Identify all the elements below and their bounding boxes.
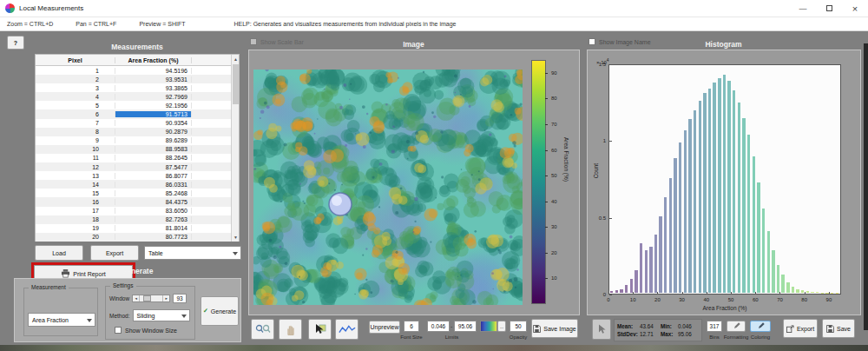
export-format-dropdown[interactable]: Table	[144, 246, 241, 260]
table-row[interactable]: 1188.2645	[36, 154, 239, 162]
coloring-button[interactable]	[750, 321, 771, 332]
slider-right-arrow-icon[interactable]: ►	[162, 295, 169, 301]
opacity-field[interactable]	[510, 321, 527, 332]
pixel-cell[interactable]: 1	[36, 68, 115, 74]
area-fraction-cell[interactable]: 85.2468	[115, 190, 192, 196]
table-row[interactable]: 790.9354	[36, 119, 239, 128]
table-row[interactable]: 1684.4375	[36, 197, 239, 206]
show-scale-bar-checkbox[interactable]	[250, 38, 257, 45]
formatting-button[interactable]	[727, 321, 746, 332]
histogram-save-button[interactable]: Save	[822, 319, 855, 338]
column-header-pixel[interactable]: Pixel	[36, 57, 115, 63]
table-row[interactable]: 2080.7723	[36, 233, 239, 242]
pixel-cell[interactable]: 7	[36, 120, 115, 126]
area-fraction-cell[interactable]: 92.7969	[115, 94, 192, 100]
area-fraction-cell[interactable]: 94.5196	[115, 68, 192, 74]
method-dropdown[interactable]: Sliding	[133, 309, 190, 321]
pixel-cell[interactable]: 11	[36, 155, 115, 161]
area-fraction-cell[interactable]: 88.2645	[115, 155, 192, 161]
pixel-cell[interactable]: 14	[36, 182, 115, 188]
slider-thumb[interactable]	[143, 295, 151, 301]
table-scrollbar[interactable]: ▲ ▼	[231, 55, 239, 242]
scroll-up-icon[interactable]: ▲	[232, 55, 240, 63]
bins-field[interactable]	[707, 321, 722, 332]
area-fraction-cell[interactable]: 86.0331	[115, 182, 192, 188]
table-row[interactable]: 1882.7263	[36, 215, 239, 224]
pixel-cell[interactable]: 3	[36, 85, 115, 91]
area-fraction-cell[interactable]: 84.4375	[115, 199, 192, 205]
table-row[interactable]: 1981.8014	[36, 224, 239, 233]
load-button[interactable]: Load	[35, 245, 83, 261]
area-fraction-cell[interactable]: 86.8077	[115, 173, 192, 179]
show-window-size-checkbox[interactable]	[115, 327, 122, 334]
export-table-button[interactable]: Export	[90, 245, 139, 261]
minimize-button[interactable]: —	[790, 0, 816, 17]
colormap-swatch[interactable]	[480, 321, 497, 332]
area-fraction-cell[interactable]: 87.5477	[115, 164, 192, 170]
table-row[interactable]: 1585.2468	[36, 189, 239, 197]
area-fraction-cell[interactable]: 83.6050	[115, 208, 192, 214]
table-row[interactable]: 293.9531	[36, 75, 239, 83]
table-row[interactable]: 393.3865	[36, 83, 239, 92]
font-size-field[interactable]	[404, 321, 419, 332]
pixel-cell[interactable]: 10	[36, 146, 115, 152]
window-slider[interactable]: ◄ ►	[132, 295, 170, 302]
pixel-cell[interactable]: 4	[36, 94, 115, 100]
pixel-cell[interactable]: 9	[36, 137, 115, 143]
pixel-cell[interactable]: 17	[36, 208, 115, 214]
pixel-cell[interactable]: 20	[36, 234, 115, 240]
pixel-cell[interactable]: 18	[36, 216, 115, 222]
area-fraction-cell[interactable]: 90.9354	[115, 120, 192, 126]
pixel-cell[interactable]: 13	[36, 173, 115, 179]
profile-tool-button[interactable]	[335, 319, 358, 340]
table-row[interactable]: 194.5196	[36, 66, 239, 75]
unpreview-button[interactable]: Unpreview	[369, 321, 400, 334]
table-row[interactable]: 989.6289	[36, 136, 239, 145]
pixel-picker-button[interactable]	[308, 319, 332, 340]
table-row[interactable]: 890.2879	[36, 128, 239, 136]
save-image-button[interactable]: Save Image	[531, 319, 578, 338]
pixel-cell[interactable]: 2	[36, 76, 115, 83]
measurement-dropdown[interactable]: Area Fraction	[28, 313, 95, 327]
area-fraction-cell[interactable]: 80.7723	[115, 234, 192, 240]
area-fraction-cell[interactable]: 91.5713	[115, 111, 192, 117]
scroll-down-icon[interactable]: ▼	[232, 233, 240, 242]
pan-tool-button[interactable]	[279, 319, 302, 340]
area-fraction-cell[interactable]: 82.7263	[115, 216, 192, 222]
close-button[interactable]: ×	[842, 0, 868, 17]
help-button[interactable]: ?	[7, 36, 24, 50]
show-image-name-checkbox[interactable]	[589, 38, 595, 45]
pixel-cell[interactable]: 5	[36, 103, 115, 109]
column-header-area-fraction[interactable]: Area Fraction (%)	[115, 57, 192, 63]
pixel-cell[interactable]: 8	[36, 129, 115, 135]
slider-left-arrow-icon[interactable]: ◄	[133, 295, 140, 301]
scrollbar-thumb[interactable]	[233, 64, 239, 104]
colormap-more-button[interactable]: ...	[497, 321, 506, 332]
pixel-cell[interactable]: 16	[36, 199, 115, 205]
area-fraction-cell[interactable]: 93.3865	[115, 85, 192, 91]
table-row[interactable]: 1386.8077	[36, 171, 239, 180]
limit-max-field[interactable]	[454, 321, 477, 332]
table-row[interactable]: 592.1956	[36, 101, 239, 109]
table-row[interactable]: 1287.5477	[36, 162, 239, 171]
table-row[interactable]: 691.5713	[36, 109, 239, 118]
generate-button[interactable]: ✓ Generate	[201, 296, 239, 326]
area-fraction-cell[interactable]: 92.1956	[115, 103, 192, 109]
zoom-tool-button[interactable]	[251, 319, 274, 340]
table-row[interactable]: 492.7969	[36, 92, 239, 101]
window-size-field[interactable]	[173, 294, 187, 303]
limit-min-field[interactable]	[427, 321, 450, 332]
table-row[interactable]: 1486.0331	[36, 180, 239, 189]
table-row[interactable]: 1088.9583	[36, 145, 239, 154]
pixel-cell[interactable]: 19	[36, 225, 115, 231]
pixel-cell[interactable]: 12	[36, 164, 115, 170]
area-fraction-cell[interactable]: 89.6289	[115, 137, 192, 143]
area-fraction-cell[interactable]: 90.2879	[115, 129, 192, 135]
histogram-export-button[interactable]: Export	[783, 319, 818, 338]
area-fraction-cell[interactable]: 93.9531	[115, 76, 192, 83]
pixel-cell[interactable]: 6	[36, 111, 115, 117]
area-fraction-cell[interactable]: 88.9583	[115, 146, 192, 152]
pixel-cell[interactable]: 15	[36, 190, 115, 196]
heatmap-image[interactable]	[253, 70, 523, 305]
data-cursor-button[interactable]	[592, 319, 611, 340]
